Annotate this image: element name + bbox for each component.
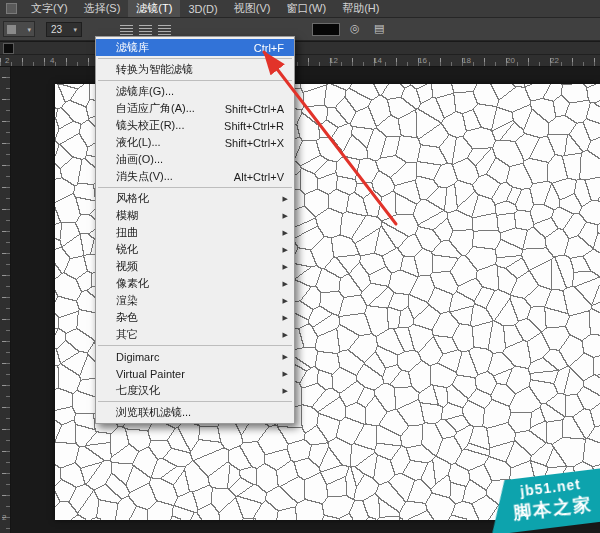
size-value: 23 <box>51 24 62 35</box>
menu-item-other[interactable]: 其它 ▶ <box>96 326 294 343</box>
submenu-arrow-icon: ▶ <box>283 229 288 237</box>
menu-item-vanishing-point[interactable]: 消失点(V)... Alt+Ctrl+V <box>96 168 294 185</box>
menubar-item-3d[interactable]: 3D(D) <box>180 0 225 17</box>
submenu-arrow-icon: ▶ <box>283 280 288 288</box>
menu-item-lens-correction[interactable]: 镜头校正(R)... Shift+Ctrl+R <box>96 117 294 134</box>
submenu-arrow-icon: ▶ <box>283 387 288 395</box>
menu-item-stylize[interactable]: 风格化 ▶ <box>96 190 294 207</box>
warp-text-icon[interactable]: ◎ <box>350 22 360 35</box>
menu-item-filter-gallery-repeat[interactable]: 滤镜库 Ctrl+F <box>96 39 294 56</box>
menubar-item-help[interactable]: 帮助(H) <box>334 0 387 17</box>
ruler-number: 4 <box>50 56 54 65</box>
menu-item-qidu-localization[interactable]: 七度汉化 ▶ <box>96 382 294 399</box>
menu-item-filter-gallery[interactable]: 滤镜库(G)... <box>96 83 294 100</box>
align-center-icon[interactable] <box>139 25 152 35</box>
align-right-icon[interactable] <box>158 25 171 35</box>
ruler-number: 12 <box>329 56 338 65</box>
menu-separator <box>98 80 292 81</box>
app-icon <box>6 3 17 14</box>
ruler-number: 22 <box>550 56 559 65</box>
submenu-arrow-icon: ▶ <box>283 263 288 271</box>
tool-preset-button[interactable]: ▾ <box>3 21 35 37</box>
submenu-arrow-icon: ▶ <box>283 370 288 378</box>
submenu-arrow-icon: ▶ <box>283 195 288 203</box>
menu-item-browse-filters-online[interactable]: 浏览联机滤镜... <box>96 404 294 421</box>
menubar-item-select[interactable]: 选择(S) <box>76 0 129 17</box>
menu-item-blur[interactable]: 模糊 ▶ <box>96 207 294 224</box>
submenu-arrow-icon: ▶ <box>283 212 288 220</box>
ruler-number: 2 <box>2 513 6 522</box>
menu-separator <box>98 345 292 346</box>
menu-item-convert-smart-filters[interactable]: 转换为智能滤镜 <box>96 61 294 78</box>
ruler-number: 20 <box>506 56 515 65</box>
filter-menu-dropdown: 滤镜库 Ctrl+F 转换为智能滤镜 滤镜库(G)... 自适应广角(A)...… <box>95 36 295 424</box>
ruler-number: 2 <box>5 56 9 65</box>
menu-item-adaptive-wide-angle[interactable]: 自适应广角(A)... Shift+Ctrl+A <box>96 100 294 117</box>
menubar-item-window[interactable]: 窗口(W) <box>278 0 334 17</box>
menu-item-pixelate[interactable]: 像素化 ▶ <box>96 275 294 292</box>
menu-separator <box>98 401 292 402</box>
submenu-arrow-icon: ▶ <box>283 246 288 254</box>
menu-separator <box>98 58 292 59</box>
tool-icon <box>7 25 16 34</box>
ruler-number: 16 <box>418 56 427 65</box>
menu-separator <box>98 187 292 188</box>
menubar-item-filter[interactable]: 滤镜(T) <box>128 0 180 17</box>
horizontal-ruler[interactable]: 2 4 12 14 16 18 20 22 <box>0 55 600 67</box>
menu-item-distort[interactable]: 扭曲 ▶ <box>96 224 294 241</box>
menu-item-render[interactable]: 渲染 ▶ <box>96 292 294 309</box>
submenu-arrow-icon: ▶ <box>283 314 288 322</box>
ruler-number: 14 <box>373 56 382 65</box>
menu-item-video[interactable]: 视频 ▶ <box>96 258 294 275</box>
menubar-item-view[interactable]: 视图(V) <box>226 0 279 17</box>
menubar-item-type[interactable]: 文字(Y) <box>23 0 76 17</box>
menu-item-oil-paint[interactable]: 油画(O)... <box>96 151 294 168</box>
menu-item-noise[interactable]: 杂色 ▶ <box>96 309 294 326</box>
submenu-arrow-icon: ▶ <box>283 297 288 305</box>
submenu-arrow-icon: ▶ <box>283 353 288 361</box>
menu-bar: 文字(Y) 选择(S) 滤镜(T) 3D(D) 视图(V) 窗口(W) 帮助(H… <box>0 0 600 18</box>
tool-square-icon[interactable] <box>3 43 14 54</box>
align-left-icon[interactable] <box>120 25 133 35</box>
caret-down-icon: ▾ <box>27 26 31 33</box>
color-swatch-black[interactable] <box>312 23 340 36</box>
submenu-arrow-icon: ▶ <box>283 331 288 339</box>
options-bar: ▾ 23 ▾ ◎ ▤ <box>0 18 600 41</box>
menu-item-digimarc[interactable]: Digimarc ▶ <box>96 348 294 365</box>
size-field[interactable]: 23 ▾ <box>46 22 82 37</box>
menu-item-virtual-painter[interactable]: Virtual Painter ▶ <box>96 365 294 382</box>
ruler-number: 18 <box>462 56 471 65</box>
caret-down-icon: ▾ <box>73 26 77 33</box>
menu-item-liquify[interactable]: 液化(L)... Shift+Ctrl+X <box>96 134 294 151</box>
menu-item-sharpen[interactable]: 锐化 ▶ <box>96 241 294 258</box>
tool-row <box>0 42 600 55</box>
panel-toggle-icon[interactable]: ▤ <box>374 22 384 35</box>
vertical-ruler[interactable]: 2 <box>0 55 11 533</box>
